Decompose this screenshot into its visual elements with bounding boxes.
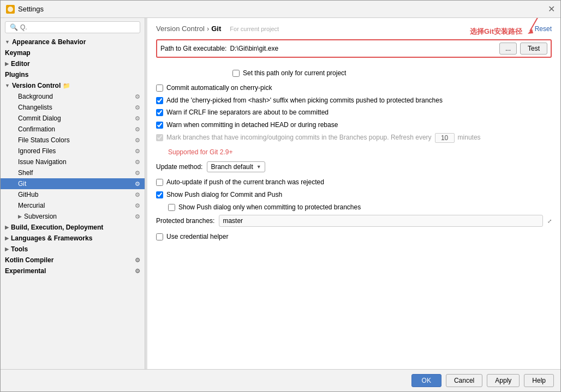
show-push-label: Show Push dialog for Commit and Push <box>166 190 282 200</box>
apply-button[interactable]: Apply <box>487 374 520 387</box>
auto-update-label: Auto-update if push of the current branc… <box>166 178 324 187</box>
detached-head-checkbox[interactable] <box>156 122 163 129</box>
sidebar-item-editor[interactable]: ▶ Editor <box>1 58 145 69</box>
show-push-protected-checkbox[interactable] <box>168 204 175 211</box>
settings-icon: ⚙ <box>135 268 140 275</box>
breadcrumb: Version Control › Git For current projec… <box>156 25 279 33</box>
cherry-pick-row: Commit automatically on cherry-pick <box>156 83 552 93</box>
ok-button[interactable]: OK <box>411 374 441 387</box>
content-area: Version Control › Git For current projec… <box>147 18 560 369</box>
update-method-row: Update method: Branch default ▼ <box>156 161 552 172</box>
sidebar-item-confirmation[interactable]: Confirmation ⚙ <box>1 124 145 135</box>
auto-update-row: Auto-update if push of the current branc… <box>156 178 552 187</box>
crlf-row: Warn if CRLF line separators are about t… <box>156 108 552 117</box>
sidebar-item-appearance[interactable]: ▼ Appearance & Behavior <box>1 37 145 47</box>
sidebar-item-file-status-colors[interactable]: File Status Colors ⚙ <box>1 135 145 146</box>
sidebar-item-ignored-files[interactable]: Ignored Files ⚙ <box>1 146 145 156</box>
breadcrumb-part1: Version Control <box>156 25 205 33</box>
expand-arrow: ▶ <box>5 236 9 241</box>
protected-input[interactable] <box>219 215 543 227</box>
mark-branches-checkbox <box>156 134 163 141</box>
crlf-checkbox[interactable] <box>156 109 163 116</box>
sidebar-item-label: Issue Navigation <box>18 158 67 166</box>
sidebar-item-mercurial[interactable]: Mercurial ⚙ <box>1 200 145 211</box>
protected-label: Protected branches: <box>156 217 214 225</box>
mark-branches-row: Mark branches that have incoming/outgoin… <box>156 133 552 143</box>
sidebar-item-label: Kotlin Compiler <box>5 256 53 264</box>
credential-checkbox[interactable] <box>156 233 163 240</box>
show-push-checkbox[interactable] <box>156 191 163 198</box>
sidebar-item-label: Confirmation <box>18 125 55 133</box>
settings-icon: ⚙ <box>135 93 140 100</box>
set-path-only-label: Set this path only for current project <box>243 69 346 78</box>
browse-button[interactable]: ... <box>499 43 517 55</box>
sidebar-item-label: Tools <box>11 245 28 253</box>
sidebar-item-tools[interactable]: ▶ Tools <box>1 244 145 255</box>
close-button[interactable]: ✕ <box>548 5 555 14</box>
expand-arrow: ▼ <box>5 83 10 88</box>
sidebar-item-label: GitHub <box>18 191 38 198</box>
refresh-minutes-input <box>435 133 455 143</box>
search-icon: 🔍 <box>10 23 18 31</box>
sidebar-item-keymap[interactable]: Keymap <box>1 47 145 58</box>
sidebar-item-label: Subversion <box>24 213 57 220</box>
show-push-protected-label: Show Push dialog only when committing to… <box>178 203 361 212</box>
title-bar-left: Settings <box>6 5 44 14</box>
bottom-bar: OK Cancel Apply Help <box>1 369 560 391</box>
sidebar-item-commit-dialog[interactable]: Commit Dialog ⚙ <box>1 113 145 124</box>
show-push-protected-row: Show Push dialog only when committing to… <box>168 203 552 212</box>
sidebar-item-version-control[interactable]: ▼ Version Control 📁 <box>1 80 145 91</box>
crlf-label: Warn if CRLF line separators are about t… <box>166 108 329 117</box>
sidebar-item-label: Experimental <box>5 267 46 275</box>
sidebar-item-issue-navigation[interactable]: Issue Navigation ⚙ <box>1 156 145 167</box>
search-box[interactable]: 🔍 <box>5 21 140 33</box>
settings-icon: ⚙ <box>135 170 140 177</box>
sidebar-item-languages[interactable]: ▶ Languages & Frameworks <box>1 233 145 244</box>
show-push-row: Show Push dialog for Commit and Push <box>156 190 552 200</box>
sidebar: 🔍 ▼ Appearance & Behavior Keymap ▶ Edito… <box>1 18 145 369</box>
reset-button[interactable]: Reset <box>535 25 552 33</box>
set-path-only-checkbox[interactable] <box>232 70 240 77</box>
test-button[interactable]: Test <box>520 43 547 55</box>
cherry-pick-checkbox[interactable] <box>156 85 163 92</box>
settings-icon: ⚙ <box>135 180 140 188</box>
git-path-input[interactable] <box>230 45 496 52</box>
sidebar-item-background[interactable]: Background ⚙ <box>1 91 145 102</box>
set-path-only-row: Set this path only for current project <box>232 69 552 78</box>
expand-arrow: ▶ <box>5 225 9 230</box>
sidebar-item-git[interactable]: Git ⚙ <box>1 178 145 189</box>
sidebar-item-build[interactable]: ▶ Build, Execution, Deployment <box>1 222 145 233</box>
settings-icon: ⚙ <box>135 191 140 198</box>
supported-text: Supported for Git 2.9+ <box>156 148 552 156</box>
main-area: 🔍 ▼ Appearance & Behavior Keymap ▶ Edito… <box>1 18 560 369</box>
sidebar-item-label: Appearance & Behavior <box>12 38 86 46</box>
cherry-picked-suffix-checkbox[interactable] <box>156 97 163 104</box>
detached-head-row: Warn when committing in detached HEAD or… <box>156 120 552 130</box>
settings-icon: ⚙ <box>135 257 140 264</box>
sidebar-item-changelists[interactable]: Changelists ⚙ <box>1 102 145 113</box>
credential-label: Use credential helper <box>166 232 228 242</box>
update-method-value: Branch default <box>211 163 253 171</box>
settings-icon: ⚙ <box>135 148 140 155</box>
auto-update-checkbox[interactable] <box>156 179 163 186</box>
cancel-button[interactable]: Cancel <box>446 374 482 387</box>
sidebar-item-label: Background <box>18 93 53 100</box>
settings-icon: ⚙ <box>135 213 140 220</box>
detached-head-label: Warn when committing in detached HEAD or… <box>166 120 338 130</box>
sidebar-item-plugins[interactable]: Plugins <box>1 69 145 80</box>
search-input[interactable] <box>20 23 135 31</box>
sidebar-item-experimental[interactable]: Experimental ⚙ <box>1 266 145 276</box>
folder-icon: 📁 <box>63 82 70 89</box>
settings-icon: ⚙ <box>135 126 140 133</box>
settings-icon: ⚙ <box>135 159 140 166</box>
update-method-dropdown[interactable]: Branch default ▼ <box>207 161 265 172</box>
help-button[interactable]: Help <box>524 374 554 387</box>
sidebar-item-subversion[interactable]: ▶ Subversion ⚙ <box>1 211 145 222</box>
sidebar-item-github[interactable]: GitHub ⚙ <box>1 189 145 200</box>
mark-branches-label: Mark branches that have incoming/outgoin… <box>166 133 432 142</box>
expand-protected-button[interactable]: ⤢ <box>547 218 552 224</box>
settings-icon: ⚙ <box>135 104 140 111</box>
sidebar-item-kotlin[interactable]: Kotlin Compiler ⚙ <box>1 255 145 266</box>
sidebar-item-label: Commit Dialog <box>18 114 61 122</box>
sidebar-item-shelf[interactable]: Shelf ⚙ <box>1 167 145 178</box>
